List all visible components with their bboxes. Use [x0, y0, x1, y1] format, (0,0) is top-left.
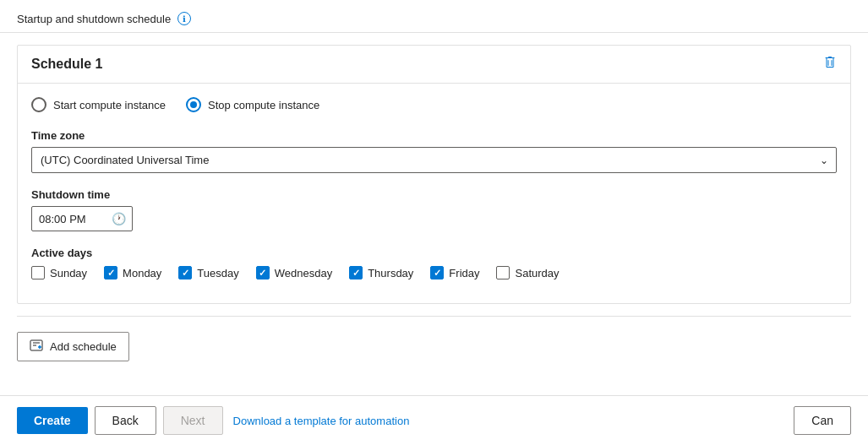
add-schedule-button[interactable]: Add schedule — [17, 332, 129, 361]
schedule-body: Start compute instance Stop compute inst… — [18, 84, 850, 303]
shutdown-time-label: Shutdown time — [31, 188, 837, 201]
timezone-select-wrapper: (UTC) Coordinated Universal Time (UTC-05… — [31, 147, 837, 173]
delete-icon[interactable] — [823, 56, 837, 73]
day-saturday[interactable]: Saturday — [496, 266, 559, 279]
day-wednesday-label: Wednesday — [275, 267, 332, 279]
day-thursday[interactable]: Thursday — [349, 266, 413, 279]
checkbox-saturday[interactable] — [496, 266, 510, 279]
download-template-link[interactable]: Download a template for automation — [230, 408, 413, 434]
next-button[interactable]: Next — [163, 406, 223, 435]
checkbox-friday[interactable] — [430, 266, 444, 279]
radio-start-button[interactable] — [31, 97, 46, 112]
radio-start-label: Start compute instance — [53, 99, 166, 111]
day-tuesday-label: Tuesday — [197, 267, 238, 279]
radio-start[interactable]: Start compute instance — [31, 97, 166, 112]
timezone-label: Time zone — [31, 129, 837, 142]
page-header-title: Startup and shutdown schedule — [17, 13, 171, 25]
radio-stop-inner — [190, 101, 197, 108]
timezone-select[interactable]: (UTC) Coordinated Universal Time (UTC-05… — [31, 147, 837, 173]
day-wednesday[interactable]: Wednesday — [256, 266, 332, 279]
checkbox-sunday[interactable] — [31, 266, 45, 279]
radio-group: Start compute instance Stop compute inst… — [31, 97, 837, 112]
radio-stop-label: Stop compute instance — [208, 99, 319, 111]
radio-stop-button[interactable] — [186, 97, 201, 112]
main-content: Schedule 1 Start compute instance Stop — [0, 33, 868, 395]
day-monday[interactable]: Monday — [104, 266, 161, 279]
days-row: Sunday Monday Tuesday W — [31, 266, 837, 279]
radio-stop[interactable]: Stop compute instance — [186, 97, 319, 112]
checkbox-monday[interactable] — [104, 266, 117, 279]
schedule-card: Schedule 1 Start compute instance Stop — [17, 45, 851, 304]
back-button[interactable]: Back — [95, 406, 156, 435]
schedule-title: Schedule 1 — [31, 57, 102, 72]
page-header: Startup and shutdown schedule ℹ — [0, 0, 868, 33]
active-days-section: Active days Sunday Monday — [31, 247, 837, 279]
shutdown-time-section: Shutdown time 🕐 — [31, 188, 837, 231]
day-friday[interactable]: Friday — [430, 266, 479, 279]
schedule-card-header: Schedule 1 — [18, 46, 850, 84]
checkbox-tuesday[interactable] — [178, 266, 192, 279]
day-saturday-label: Saturday — [515, 267, 559, 279]
add-schedule-label: Add schedule — [50, 340, 117, 353]
day-friday-label: Friday — [449, 267, 479, 279]
day-tuesday[interactable]: Tuesday — [178, 266, 238, 279]
cancel-button[interactable]: Can — [794, 406, 851, 435]
create-button[interactable]: Create — [17, 407, 88, 434]
checkbox-thursday[interactable] — [349, 266, 363, 279]
day-sunday[interactable]: Sunday — [31, 266, 87, 279]
section-divider — [17, 316, 851, 317]
day-monday-label: Monday — [123, 267, 161, 279]
checkbox-wednesday[interactable] — [256, 266, 270, 279]
add-schedule-icon — [30, 339, 43, 355]
day-sunday-label: Sunday — [50, 267, 87, 279]
day-thursday-label: Thursday — [368, 267, 413, 279]
time-input-wrapper: 🕐 — [31, 206, 133, 231]
footer: Create Back Next Download a template for… — [0, 395, 868, 445]
clock-icon: 🕐 — [112, 212, 126, 225]
shutdown-time-input[interactable] — [39, 213, 106, 225]
active-days-label: Active days — [31, 247, 837, 259]
timezone-section: Time zone (UTC) Coordinated Universal Ti… — [31, 129, 837, 173]
info-icon[interactable]: ℹ — [177, 12, 191, 25]
add-schedule-section: Add schedule — [0, 323, 868, 370]
